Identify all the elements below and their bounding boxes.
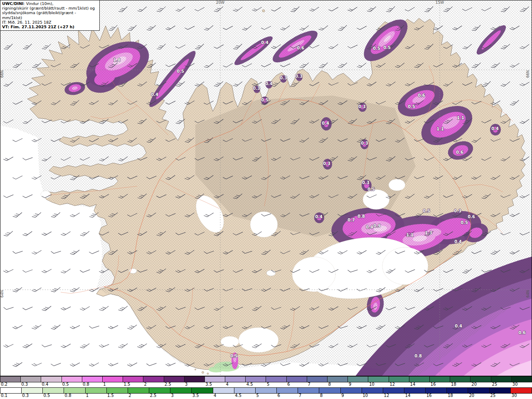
- iceland-weather-map: 1.80.50.40.40.60.50.50.30.40.30.30.50.30…: [0, 0, 532, 376]
- legend-segment: [298, 388, 319, 393]
- svg-text:0.5: 0.5: [261, 98, 268, 102]
- svg-text:15W: 15W: [436, 0, 444, 5]
- legend-label: 0.8: [83, 382, 89, 387]
- model-name: UWC/DINI: [2, 1, 24, 6]
- legend-label: 10: [369, 382, 374, 387]
- legend-segment: [328, 377, 348, 382]
- legend-label: 4: [226, 382, 229, 387]
- legend-segment: [185, 377, 205, 382]
- svg-text:0.3: 0.3: [295, 74, 303, 79]
- svg-text:0.5: 0.5: [373, 46, 380, 51]
- legend-label: 5: [256, 393, 259, 398]
- svg-text:0.5: 0.5: [461, 220, 468, 225]
- svg-text:0.4: 0.4: [261, 40, 268, 45]
- legend-label: 6: [278, 393, 280, 398]
- legend-label: 14: [410, 382, 416, 387]
- svg-text:0.3: 0.3: [280, 76, 287, 80]
- legend-label: 1: [103, 382, 106, 387]
- legend-segment: [213, 388, 234, 393]
- svg-text:0.6: 0.6: [297, 46, 304, 50]
- legend-label: 16: [426, 393, 432, 398]
- legend-segment: [266, 377, 286, 382]
- svg-text:20W: 20W: [216, 0, 224, 5]
- legend-segment: [491, 377, 512, 382]
- legend-segment: [277, 388, 298, 393]
- svg-text:1.1: 1.1: [436, 127, 444, 131]
- legend-segment: [383, 388, 404, 393]
- legend-label: 0.3: [21, 382, 28, 387]
- svg-text:0.8: 0.8: [357, 214, 365, 219]
- legend-label: 1: [86, 393, 89, 398]
- legend-label: 3: [185, 382, 187, 387]
- svg-text:0.4: 0.4: [265, 81, 273, 86]
- init-time: IT: Mið. 26. 11. 2025 18Z: [2, 20, 97, 25]
- legend-label: 12: [389, 382, 395, 387]
- svg-text:0.8: 0.8: [414, 354, 422, 358]
- valid-time: VT: Fim. 27.11.2025 21Z (+27 h): [2, 25, 97, 29]
- svg-text:66N: 66N: [526, 70, 530, 78]
- legend-segment: [86, 388, 107, 393]
- legend-segment: [170, 388, 192, 393]
- svg-text:0.5: 0.5: [383, 45, 391, 50]
- legend-segment: [348, 377, 368, 382]
- legend-label: 2: [128, 393, 131, 398]
- svg-text:64N: 64N: [526, 290, 530, 298]
- legend-segment: [256, 388, 277, 393]
- legend-label: 14: [405, 393, 411, 398]
- legend-label: 0.3: [22, 393, 29, 398]
- legend-label: 0.5: [62, 382, 69, 387]
- legend-label: 9: [341, 393, 344, 398]
- svg-text:0.4: 0.4: [322, 121, 329, 126]
- title-line-1: UWC/DINI: Vindur (10m),: [2, 1, 97, 6]
- legend-segment: [426, 388, 447, 393]
- legend-segment: [0, 377, 21, 382]
- legend-segment: [21, 377, 41, 382]
- svg-text:1.8: 1.8: [113, 58, 121, 62]
- legend-label: 9: [349, 382, 351, 387]
- legend-segment: [234, 388, 256, 393]
- legend-label: 25: [490, 393, 496, 398]
- svg-text:0.3: 0.3: [362, 180, 369, 185]
- legend-label: 4.5: [246, 382, 253, 387]
- svg-text:1.3: 1.3: [425, 231, 432, 235]
- legend-segment: [43, 388, 64, 393]
- legend-label: 4.5: [235, 393, 241, 398]
- legend-segment: [103, 377, 123, 382]
- weather-map-page: 1.80.50.40.40.60.50.50.30.40.30.30.50.30…: [0, 0, 532, 399]
- svg-text:0.4: 0.4: [455, 324, 462, 328]
- legend-label: 2.5: [150, 393, 156, 398]
- legend-segment: [205, 377, 225, 382]
- legend-segment: [164, 377, 185, 382]
- legend-segment: [430, 377, 450, 382]
- legend-label: 0.4: [42, 382, 48, 387]
- legend-label: 2: [144, 382, 147, 387]
- svg-text:0.5: 0.5: [177, 69, 184, 74]
- svg-text:0.6: 0.6: [468, 214, 475, 219]
- legend-segment: [409, 377, 430, 382]
- legend-segment: [447, 388, 468, 393]
- legend-segment: [404, 388, 426, 393]
- legend-label: 4: [214, 393, 216, 398]
- sleet-snow-colorbar-labels: 0.20.30.40.50.811.522.533.544.5567891012…: [0, 382, 532, 387]
- svg-text:0.5: 0.5: [230, 354, 238, 358]
- legend-label: 3: [171, 393, 174, 398]
- legend-label: 18: [451, 382, 456, 387]
- legend-label: 18: [448, 393, 453, 398]
- legend-segment: [287, 377, 307, 382]
- svg-text:0.6: 0.6: [518, 330, 526, 335]
- svg-text:0.3: 0.3: [323, 161, 330, 166]
- legend-segment: [490, 388, 511, 393]
- svg-text:0.4: 0.4: [151, 92, 158, 97]
- svg-text:0.9: 0.9: [373, 224, 381, 228]
- legend-segment: [192, 388, 213, 393]
- legend-label: 7: [308, 382, 310, 387]
- svg-text:0.4: 0.4: [454, 239, 462, 244]
- legend-segment: [307, 377, 328, 382]
- legend-label: 10: [362, 393, 368, 398]
- legend-label: 12: [384, 393, 389, 398]
- legend-segment: [319, 388, 340, 393]
- title-line-3: slydda/snjókoma (grátt/bleikt/grænt - mm…: [2, 10, 97, 20]
- svg-text:0.4: 0.4: [491, 126, 499, 131]
- svg-text:0.4: 0.4: [366, 225, 373, 229]
- legend-label: 7: [299, 393, 301, 398]
